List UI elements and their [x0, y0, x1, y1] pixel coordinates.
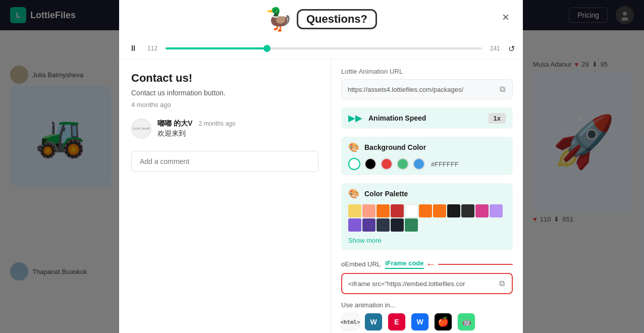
color-swatch-green[interactable]	[397, 158, 409, 170]
palette-swatch-12[interactable]	[348, 218, 361, 232]
color-swatch-red[interactable]	[381, 158, 393, 170]
time-end: 241	[488, 45, 502, 52]
background-color-section: 🎨 Background Color #FFFFFF	[341, 137, 513, 175]
timeline-thumb[interactable]	[263, 45, 271, 52]
palette-swatch-4[interactable]	[391, 204, 404, 217]
palette-swatch-5[interactable]	[405, 204, 418, 217]
comment-avatar: com avat	[131, 119, 151, 139]
timeline-track	[166, 47, 482, 49]
comment-item: com avat 嘟嘟 的大V 2 months ago 欢迎来到	[131, 119, 318, 139]
copy-iframe-button[interactable]: ⧉	[498, 278, 506, 289]
right-panel: Lottie Animation URL https://assets4.lot…	[331, 60, 523, 333]
color-palette-section: 🎨 Color Palette	[341, 183, 513, 250]
comment-username: 嘟嘟 的大V	[157, 119, 192, 127]
iframe-row: <iframe src="https://embed.lottiefiles.c…	[341, 273, 513, 294]
url-section-label: Lottie Animation URL	[341, 68, 513, 75]
time-start: 112	[145, 45, 159, 52]
palette-label: Color Palette	[364, 190, 408, 198]
question-bubble: 🦆 Questions?	[265, 6, 377, 32]
oembed-section: oEmbed URL iFrame code ← <iframe src="ht…	[341, 258, 513, 294]
close-button[interactable]: ×	[497, 8, 515, 26]
animation-desc: Contact us information button.	[131, 89, 318, 97]
animation-preview: 🦆 Questions?	[119, 0, 523, 38]
timeline-progress	[166, 47, 267, 49]
palette-swatch-16[interactable]	[405, 218, 418, 232]
comment-input[interactable]	[131, 151, 318, 172]
iframe-value: <iframe src="https://embed.lottiefiles.c…	[348, 280, 498, 288]
animation-date: 4 months ago	[131, 101, 318, 108]
animation-title: Contact us!	[131, 72, 318, 85]
oembed-tab-iframe[interactable]: iFrame code	[385, 259, 424, 269]
color-swatch-blue[interactable]	[413, 158, 425, 170]
copy-url-button[interactable]: ⧉	[499, 84, 506, 95]
comment-text: 欢迎来到	[157, 129, 318, 138]
palette-swatch-2[interactable]	[362, 204, 375, 217]
palette-swatch-9[interactable]	[461, 204, 474, 217]
bg-color-icon: 🎨	[348, 142, 359, 153]
show-more-button[interactable]: Show more	[348, 236, 382, 245]
use-in-apple[interactable]: 🍎	[434, 313, 452, 331]
modal-body: Contact us! Contact us information butto…	[119, 60, 523, 333]
timeline[interactable]	[166, 42, 482, 54]
url-value: https://assets4.lottiefiles.com/packages…	[348, 86, 495, 93]
replay-button[interactable]: ↺	[508, 44, 515, 53]
question-text: Questions?	[297, 9, 377, 29]
palette-swatch-10[interactable]	[475, 204, 489, 217]
use-in-android[interactable]: 🤖	[457, 313, 475, 331]
use-in-wordpress[interactable]: W	[364, 313, 383, 331]
palette-swatch-14[interactable]	[377, 218, 390, 232]
palette-swatch-7[interactable]	[433, 204, 446, 217]
use-in-icons: <html> W E W 🍎 🤖	[341, 313, 513, 331]
speed-row: ▶▶ Animation Speed 1x	[341, 107, 513, 129]
bg-color-header: 🎨 Background Color	[348, 142, 506, 153]
palette-swatch-13[interactable]	[362, 218, 375, 232]
oembed-tabs-row: oEmbed URL iFrame code ←	[341, 258, 513, 270]
use-in-label: Use animation in...	[341, 301, 513, 309]
red-underline	[438, 264, 513, 265]
color-swatches: #FFFFFF	[348, 158, 506, 170]
oembed-label: oEmbed URL	[341, 260, 381, 268]
color-swatch-white[interactable]	[348, 158, 360, 170]
left-panel: Contact us! Contact us information butto…	[119, 60, 331, 333]
palette-swatches-row1	[348, 204, 506, 232]
playback-bar: ⏸ 112 241 ↺	[119, 38, 523, 60]
use-in-html[interactable]: <html>	[341, 313, 359, 331]
palette-swatch-3[interactable]	[377, 204, 390, 217]
palette-header: 🎨 Color Palette	[348, 188, 506, 199]
comment-info: 嘟嘟 的大V 2 months ago 欢迎来到	[157, 119, 318, 138]
palette-icon: 🎨	[348, 188, 359, 199]
speed-label: Animation Speed	[368, 114, 482, 122]
comment-time: 2 months ago	[199, 120, 236, 127]
red-arrow-icon: ←	[426, 258, 436, 270]
bird-icon: 🦆	[265, 6, 293, 32]
use-in-webflow[interactable]: W	[411, 313, 429, 331]
color-hex-value: #FFFFFF	[431, 160, 459, 168]
palette-swatch-8[interactable]	[447, 204, 460, 217]
modal: × 🦆 Questions? ⏸ 112 241 ↺ Contact us! C…	[119, 0, 523, 333]
palette-swatch-1[interactable]	[348, 204, 361, 217]
color-swatch-black[interactable]	[364, 158, 377, 170]
avatar-label: com avat	[133, 126, 149, 131]
speed-value: 1x	[489, 113, 506, 124]
use-in-elementor[interactable]: E	[388, 313, 406, 331]
palette-swatch-15[interactable]	[391, 218, 404, 232]
pause-button[interactable]: ⏸	[127, 42, 139, 55]
use-in-section: Use animation in... <html> W E W 🍎 🤖	[341, 301, 513, 331]
bg-color-label: Background Color	[364, 143, 426, 151]
url-row: https://assets4.lottiefiles.com/packages…	[341, 79, 513, 99]
palette-swatch-6[interactable]	[419, 204, 432, 217]
palette-swatch-11[interactable]	[490, 204, 503, 217]
speed-icon: ▶▶	[348, 113, 362, 124]
